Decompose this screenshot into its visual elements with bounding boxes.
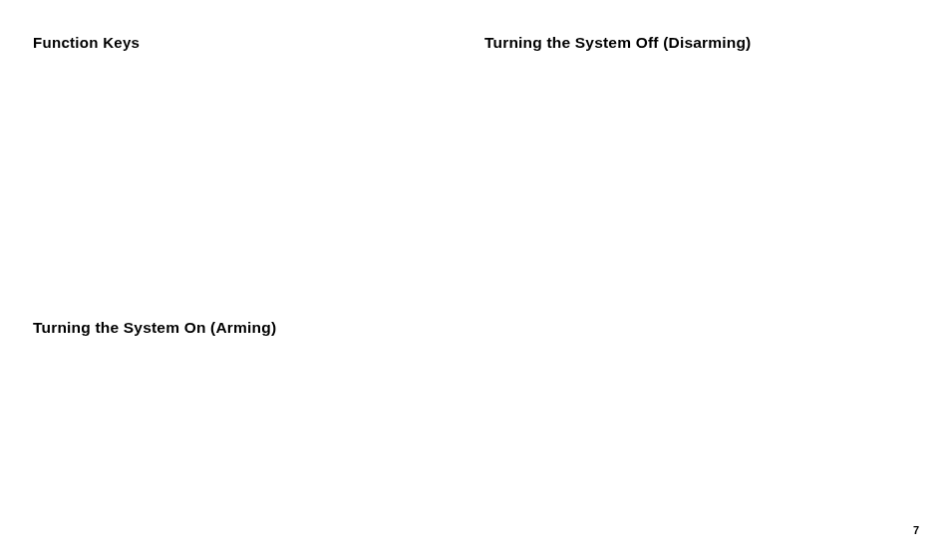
page-number: 7 (913, 524, 919, 536)
heading-arming: Turning the System On (Arming) (33, 319, 276, 337)
heading-function-keys: Function Keys (33, 34, 140, 51)
heading-disarming: Turning the System Off (Disarming) (484, 34, 751, 52)
